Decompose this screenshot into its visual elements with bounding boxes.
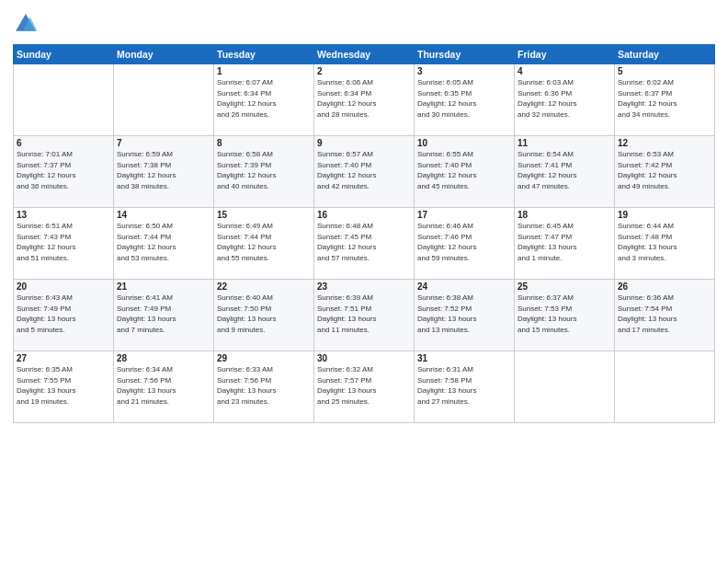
calendar-cell: 16Sunrise: 6:48 AM Sunset: 7:45 PM Dayli… (314, 208, 415, 280)
day-info: Sunrise: 6:59 AM Sunset: 7:38 PM Dayligh… (117, 149, 210, 191)
day-number: 22 (217, 282, 311, 292)
day-number: 19 (618, 210, 711, 220)
day-number: 8 (217, 138, 311, 148)
day-info: Sunrise: 6:34 AM Sunset: 7:56 PM Dayligh… (117, 364, 210, 407)
calendar-cell: 1Sunrise: 6:07 AM Sunset: 6:34 PM Daylig… (214, 64, 314, 136)
calendar-week-row: 20Sunrise: 6:43 AM Sunset: 7:49 PM Dayli… (14, 280, 715, 351)
day-info: Sunrise: 6:37 AM Sunset: 7:53 PM Dayligh… (518, 293, 611, 335)
header (13, 11, 715, 37)
calendar-cell (615, 351, 715, 423)
calendar-cell: 27Sunrise: 6:35 AM Sunset: 7:55 PM Dayli… (14, 351, 114, 423)
day-info: Sunrise: 6:53 AM Sunset: 7:42 PM Dayligh… (618, 149, 711, 191)
weekday-header: Saturday (615, 45, 715, 64)
logo (13, 11, 42, 37)
calendar-cell: 31Sunrise: 6:31 AM Sunset: 7:58 PM Dayli… (415, 351, 515, 423)
day-info: Sunrise: 6:45 AM Sunset: 7:47 PM Dayligh… (518, 221, 611, 263)
day-number: 28 (117, 353, 210, 363)
calendar-cell (114, 64, 214, 136)
day-info: Sunrise: 6:50 AM Sunset: 7:44 PM Dayligh… (117, 221, 210, 263)
day-info: Sunrise: 6:40 AM Sunset: 7:50 PM Dayligh… (217, 293, 311, 335)
calendar-cell: 19Sunrise: 6:44 AM Sunset: 7:48 PM Dayli… (615, 208, 715, 280)
calendar-cell: 22Sunrise: 6:40 AM Sunset: 7:50 PM Dayli… (214, 280, 314, 351)
day-number: 20 (17, 282, 110, 292)
calendar-cell (14, 64, 114, 136)
day-info: Sunrise: 6:06 AM Sunset: 6:34 PM Dayligh… (317, 77, 411, 120)
calendar-cell: 2Sunrise: 6:06 AM Sunset: 6:34 PM Daylig… (314, 64, 415, 136)
calendar-cell: 28Sunrise: 6:34 AM Sunset: 7:56 PM Dayli… (114, 351, 214, 423)
calendar-week-row: 1Sunrise: 6:07 AM Sunset: 6:34 PM Daylig… (14, 64, 715, 136)
day-info: Sunrise: 7:01 AM Sunset: 7:37 PM Dayligh… (17, 149, 110, 191)
day-info: Sunrise: 6:44 AM Sunset: 7:48 PM Dayligh… (618, 221, 711, 263)
day-number: 7 (117, 138, 210, 148)
day-number: 15 (217, 210, 311, 220)
day-number: 14 (117, 210, 210, 220)
calendar-cell: 18Sunrise: 6:45 AM Sunset: 7:47 PM Dayli… (515, 208, 615, 280)
logo-icon (13, 11, 39, 37)
calendar-cell: 10Sunrise: 6:55 AM Sunset: 7:40 PM Dayli… (415, 136, 515, 208)
day-number: 2 (317, 66, 411, 76)
calendar-cell: 20Sunrise: 6:43 AM Sunset: 7:49 PM Dayli… (14, 280, 114, 351)
day-info: Sunrise: 6:57 AM Sunset: 7:40 PM Dayligh… (317, 149, 411, 191)
calendar-cell: 4Sunrise: 6:03 AM Sunset: 6:36 PM Daylig… (515, 64, 615, 136)
calendar-cell: 8Sunrise: 6:58 AM Sunset: 7:39 PM Daylig… (214, 136, 314, 208)
day-number: 21 (117, 282, 210, 292)
day-info: Sunrise: 6:54 AM Sunset: 7:41 PM Dayligh… (518, 149, 611, 191)
weekday-header: Sunday (14, 45, 114, 64)
calendar-cell: 15Sunrise: 6:49 AM Sunset: 7:44 PM Dayli… (214, 208, 314, 280)
calendar-cell: 7Sunrise: 6:59 AM Sunset: 7:38 PM Daylig… (114, 136, 214, 208)
day-number: 11 (518, 138, 611, 148)
calendar-cell: 23Sunrise: 6:39 AM Sunset: 7:51 PM Dayli… (314, 280, 415, 351)
day-info: Sunrise: 6:33 AM Sunset: 7:56 PM Dayligh… (217, 364, 311, 407)
day-info: Sunrise: 6:46 AM Sunset: 7:46 PM Dayligh… (417, 221, 511, 263)
weekday-header-row: SundayMondayTuesdayWednesdayThursdayFrid… (14, 45, 715, 64)
day-info: Sunrise: 6:39 AM Sunset: 7:51 PM Dayligh… (317, 293, 411, 335)
day-number: 29 (217, 353, 311, 363)
calendar-week-row: 13Sunrise: 6:51 AM Sunset: 7:43 PM Dayli… (14, 208, 715, 280)
day-info: Sunrise: 6:38 AM Sunset: 7:52 PM Dayligh… (417, 293, 511, 335)
calendar-week-row: 27Sunrise: 6:35 AM Sunset: 7:55 PM Dayli… (14, 351, 715, 423)
day-number: 5 (618, 66, 711, 76)
calendar-cell: 21Sunrise: 6:41 AM Sunset: 7:49 PM Dayli… (114, 280, 214, 351)
day-number: 1 (217, 66, 311, 76)
calendar-cell: 30Sunrise: 6:32 AM Sunset: 7:57 PM Dayli… (314, 351, 415, 423)
page: SundayMondayTuesdayWednesdayThursdayFrid… (0, 0, 728, 563)
day-number: 18 (518, 210, 611, 220)
day-number: 13 (17, 210, 110, 220)
day-info: Sunrise: 6:02 AM Sunset: 6:37 PM Dayligh… (618, 77, 711, 120)
weekday-header: Friday (515, 45, 615, 64)
weekday-header: Tuesday (214, 45, 314, 64)
calendar-cell: 24Sunrise: 6:38 AM Sunset: 7:52 PM Dayli… (415, 280, 515, 351)
day-number: 3 (417, 66, 511, 76)
day-number: 12 (618, 138, 711, 148)
day-info: Sunrise: 6:41 AM Sunset: 7:49 PM Dayligh… (117, 293, 210, 335)
day-number: 23 (317, 282, 411, 292)
day-number: 6 (17, 138, 110, 148)
calendar-cell: 25Sunrise: 6:37 AM Sunset: 7:53 PM Dayli… (515, 280, 615, 351)
calendar-cell: 3Sunrise: 6:05 AM Sunset: 6:35 PM Daylig… (415, 64, 515, 136)
calendar-week-row: 6Sunrise: 7:01 AM Sunset: 7:37 PM Daylig… (14, 136, 715, 208)
calendar-cell: 12Sunrise: 6:53 AM Sunset: 7:42 PM Dayli… (615, 136, 715, 208)
day-number: 9 (317, 138, 411, 148)
day-number: 10 (417, 138, 511, 148)
day-number: 31 (417, 353, 511, 363)
day-info: Sunrise: 6:07 AM Sunset: 6:34 PM Dayligh… (217, 77, 311, 120)
day-info: Sunrise: 6:36 AM Sunset: 7:54 PM Dayligh… (618, 293, 711, 335)
day-number: 26 (618, 282, 711, 292)
calendar-cell: 6Sunrise: 7:01 AM Sunset: 7:37 PM Daylig… (14, 136, 114, 208)
calendar-cell: 5Sunrise: 6:02 AM Sunset: 6:37 PM Daylig… (615, 64, 715, 136)
day-number: 30 (317, 353, 411, 363)
day-info: Sunrise: 6:51 AM Sunset: 7:43 PM Dayligh… (17, 221, 110, 263)
day-number: 27 (17, 353, 110, 363)
calendar-cell: 9Sunrise: 6:57 AM Sunset: 7:40 PM Daylig… (314, 136, 415, 208)
calendar-cell: 11Sunrise: 6:54 AM Sunset: 7:41 PM Dayli… (515, 136, 615, 208)
day-info: Sunrise: 6:43 AM Sunset: 7:49 PM Dayligh… (17, 293, 110, 335)
day-info: Sunrise: 6:31 AM Sunset: 7:58 PM Dayligh… (417, 364, 511, 407)
calendar-cell: 13Sunrise: 6:51 AM Sunset: 7:43 PM Dayli… (14, 208, 114, 280)
calendar-cell: 29Sunrise: 6:33 AM Sunset: 7:56 PM Dayli… (214, 351, 314, 423)
weekday-header: Monday (114, 45, 214, 64)
weekday-header: Wednesday (314, 45, 415, 64)
day-number: 24 (417, 282, 511, 292)
day-info: Sunrise: 6:55 AM Sunset: 7:40 PM Dayligh… (417, 149, 511, 191)
day-number: 17 (417, 210, 511, 220)
day-info: Sunrise: 6:35 AM Sunset: 7:55 PM Dayligh… (17, 364, 110, 407)
